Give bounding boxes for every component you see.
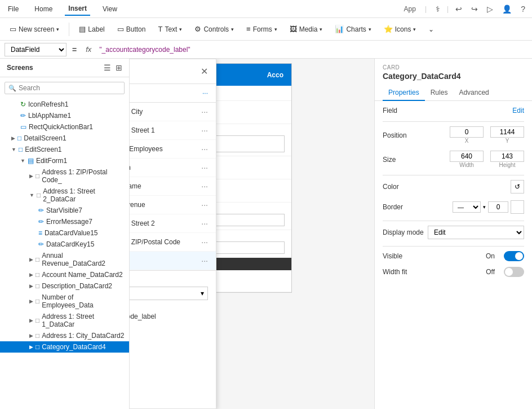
category-expanded-section: Control type Allowed Values ▾ Field name… <box>130 270 216 368</box>
sidebar-item-annualrevenue[interactable]: ▶ □ Annual Revenue_DataCard2 <box>0 250 129 269</box>
menu-home[interactable]: Home <box>31 3 56 15</box>
prop-row-color: Color ↺ <box>383 180 524 193</box>
tree-label: LblAppName1 <box>28 112 71 120</box>
chevron-icon: ▶ <box>29 318 33 323</box>
refresh-icon: ↻ <box>20 100 26 108</box>
tab-rules[interactable]: Rules <box>425 85 454 101</box>
profile-icon[interactable]: 👤 <box>500 3 514 15</box>
widthfit-label: Width fit <box>383 268 407 276</box>
add-field-button[interactable]: + Add field ··· <box>130 84 216 103</box>
x-group: X <box>450 126 484 144</box>
field-more-icon[interactable]: ··· <box>201 182 208 191</box>
formula-input[interactable] <box>97 45 527 55</box>
tree-label: Annual Revenue_DataCard2 <box>42 252 125 267</box>
position-y-input[interactable] <box>490 126 524 138</box>
border-width-input[interactable] <box>488 201 508 213</box>
list-view-icon[interactable]: ☰ <box>104 63 111 72</box>
menu-view[interactable]: View <box>99 3 121 15</box>
text-icon: T <box>158 25 162 33</box>
charts-button[interactable]: 📊 Charts ▾ <box>330 22 376 36</box>
menu-insert[interactable]: Insert <box>65 2 90 16</box>
sidebar-item-detailscreen1[interactable]: ▶ □ DetailScreen1 <box>0 133 129 144</box>
toggle-row-widthfit: Width fit Off <box>383 267 524 277</box>
field-more-icon[interactable]: ··· <box>201 256 208 265</box>
tab-advanced[interactable]: Advanced <box>453 85 494 101</box>
sidebar-item-iconrefresh1[interactable]: ↻ IconRefresh1 <box>0 99 129 110</box>
sidebar-item-lblappname1[interactable]: ✏ LblAppName1 <box>0 110 129 121</box>
menu-file[interactable]: File <box>5 3 22 15</box>
undo-icon[interactable]: ↩ <box>453 3 464 15</box>
field-icon: □ <box>37 191 41 199</box>
datafield-dropdown[interactable]: DataField <box>5 43 66 56</box>
size-width-input[interactable] <box>450 151 484 162</box>
size-height-input[interactable] <box>490 151 524 162</box>
sidebar-item-errormessage7[interactable]: ✏ ErrorMessage7 <box>0 216 129 227</box>
tree-label: Number of Employees_Data <box>42 293 125 309</box>
help-icon[interactable]: ? <box>518 3 527 15</box>
field-more-icon[interactable]: ··· <box>201 144 208 153</box>
position-x-input[interactable] <box>450 126 484 138</box>
field-more-icon[interactable]: ··· <box>201 107 208 116</box>
forms-button[interactable]: ≡ Forms ▾ <box>241 22 282 36</box>
text-button[interactable]: T Text ▾ <box>153 22 187 36</box>
field-more-icon[interactable]: ··· <box>201 238 208 247</box>
field-icon: □ <box>36 316 39 324</box>
sidebar-item-starvisible7[interactable]: ✏ StarVisible7 <box>0 205 129 216</box>
field-more-icon[interactable]: ··· <box>201 126 208 135</box>
data-type-label: Data type <box>130 325 208 332</box>
label-button[interactable]: ▤ Label <box>74 22 109 36</box>
field-item-city[interactable]: ▼ Abc Address 1: City ··· <box>130 103 216 121</box>
sidebar-item-category[interactable]: ▶ □ Category_DataCard4 <box>0 341 129 353</box>
field-item-numemployees[interactable]: ▼ 123 Number of Employees ··· <box>130 140 216 159</box>
field-name: Description <box>130 164 197 171</box>
search-input[interactable] <box>19 84 121 92</box>
field-more-icon[interactable]: ··· <box>201 163 208 172</box>
medical-icon[interactable]: ⚕ <box>433 3 442 15</box>
displaymode-select[interactable]: Edit <box>428 226 524 239</box>
color-value-area: ↺ <box>428 180 524 193</box>
button-button[interactable]: ▭ Button <box>112 22 151 36</box>
color-picker-button[interactable]: ↺ <box>511 180 524 193</box>
border-color-picker[interactable] <box>511 200 524 214</box>
divider2 <box>383 175 524 175</box>
sidebar-item-editscreen1[interactable]: ▼ □ EditScreen1 <box>0 144 129 155</box>
sidebar-item-editform1[interactable]: ▼ ▤ EditForm1 <box>0 155 129 166</box>
sidebar-item-address-street2[interactable]: ▼ □ Address 1: Street 2_DataCar <box>0 186 129 205</box>
field-item-street1[interactable]: ▼ Abc Address 1: Street 1 ··· <box>130 121 216 140</box>
more-button[interactable]: ⌄ <box>423 23 439 36</box>
new-screen-button[interactable]: ▭ New screen ▾ <box>5 22 64 36</box>
sidebar-item-numemployees[interactable]: ▶ □ Number of Employees_Data <box>0 292 129 311</box>
field-item-category[interactable]: ▼ Abc Category ··· <box>130 252 216 270</box>
sidebar-item-city[interactable]: ▶ □ Address 1: City_DataCard2 <box>0 330 129 341</box>
redo-icon[interactable]: ↪ <box>469 3 480 15</box>
field-item-accountname[interactable]: ▼ Abc Account Name ··· <box>130 177 216 196</box>
field-item-street2[interactable]: ▼ Abc Address 1: Street 2 ··· <box>130 214 216 233</box>
sidebar-item-datacardkey15[interactable]: ✏ DataCardKey15 <box>0 239 129 250</box>
sidebar-item-address-zip[interactable]: ▶ □ Address 1: ZIP/Postal Code_ <box>0 166 129 186</box>
grid-view-icon[interactable]: ⊞ <box>116 63 122 72</box>
sidebar-item-rectquickactionbar1[interactable]: ▭ RectQuickActionBar1 <box>0 121 129 133</box>
visible-toggle[interactable] <box>504 251 524 261</box>
search-icon: 🔍 <box>8 85 16 92</box>
field-item-description[interactable]: ▼ Abc Description ··· <box>130 159 216 177</box>
fields-close-button[interactable]: ✕ <box>201 66 208 77</box>
icons-button[interactable]: ⭐ Icons ▾ <box>379 22 422 36</box>
media-button[interactable]: 🖼 Media ▾ <box>285 22 328 36</box>
controls-button[interactable]: ⚙ Controls ▾ <box>189 22 239 36</box>
field-more-icon[interactable]: ··· <box>201 200 208 209</box>
field-edit-link[interactable]: Edit <box>512 107 524 115</box>
sidebar-item-description[interactable]: ▶ □ Description_DataCard2 <box>0 280 129 292</box>
sidebar-item-street1[interactable]: ▶ □ Address 1: Street 1_DataCar <box>0 311 129 330</box>
run-icon[interactable]: ▷ <box>485 3 495 15</box>
field-item-revenue[interactable]: ▼ $ Annual Revenue ··· <box>130 196 216 214</box>
control-type-select[interactable]: Allowed Values ▾ <box>130 287 208 300</box>
widthfit-toggle[interactable] <box>504 267 524 277</box>
border-style-select[interactable]: — <box>453 201 481 213</box>
prop-row-border: Border — ▾ <box>383 200 524 214</box>
tree-label: Category_DataCard4 <box>42 343 105 351</box>
field-item-zip[interactable]: ▼ Abc Address 1: ZIP/Postal Code ··· <box>130 233 216 252</box>
field-more-icon[interactable]: ··· <box>201 219 208 228</box>
sidebar-item-accountname[interactable]: ▶ □ Account Name_DataCard2 <box>0 269 129 280</box>
tab-properties[interactable]: Properties <box>383 85 425 101</box>
sidebar-item-datacardvalue15[interactable]: ≡ DataCardValue15 <box>0 227 129 239</box>
